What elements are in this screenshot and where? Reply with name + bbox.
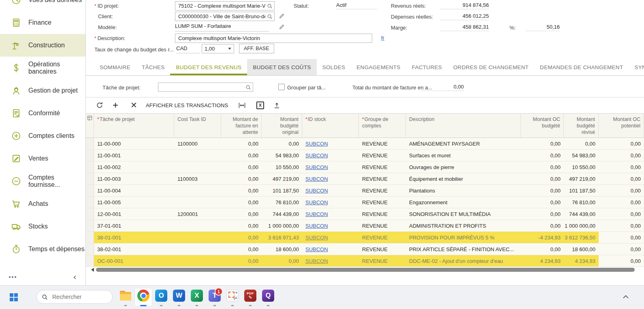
- tray-chevron-up-icon[interactable]: [623, 295, 629, 298]
- tab-engagements[interactable]: ENGAGEMENTS: [351, 59, 406, 75]
- cell-orig[interactable]: 744 439,00: [262, 208, 302, 220]
- lookup-icon[interactable]: [267, 14, 273, 19]
- cell-cost[interactable]: 1100000: [174, 138, 221, 149]
- cell-task[interactable]: 12-00-001: [94, 208, 174, 220]
- fit-width-icon[interactable]: [238, 97, 246, 113]
- column-header-cost-task-id[interactable]: Cost Task ID: [174, 114, 221, 138]
- cell-pending[interactable]: 0,00: [221, 232, 262, 243]
- row-selector[interactable]: [86, 197, 94, 208]
- tab-soldes[interactable]: SOLDES: [317, 59, 351, 75]
- modele-field[interactable]: LUMP SUM - Forfaitaire: [175, 23, 269, 32]
- cell-task[interactable]: 11-00-001: [94, 150, 174, 161]
- sidebar-item-finance[interactable]: Finance: [0, 11, 85, 34]
- stock-link[interactable]: SUBCON: [305, 152, 328, 159]
- sidebar-item-construction[interactable]: Construction: [0, 34, 85, 57]
- table-row[interactable]: 38-01-0010,003 616 971,43SUBCONREVENUEPR…: [86, 232, 644, 243]
- sidebar-item-gestion-de-projet[interactable]: Gestion de projet: [0, 79, 85, 102]
- cell-group[interactable]: REVENUE: [359, 232, 406, 243]
- start-button[interactable]: [10, 293, 18, 301]
- cell-stock[interactable]: SUBCON: [302, 208, 359, 220]
- cell-desc[interactable]: Équipement et mobilier: [406, 173, 521, 184]
- column-header-tache-de-projet[interactable]: *Tâche de projet: [94, 114, 174, 138]
- delete-row-icon[interactable]: ✕: [130, 97, 137, 113]
- sidebar-item-stocks[interactable]: Stocks: [0, 215, 85, 238]
- taskbar-app-excel[interactable]: X: [188, 288, 206, 307]
- stock-link[interactable]: SUBCON: [305, 141, 328, 147]
- edit-client-icon[interactable]: [279, 13, 285, 19]
- table-row[interactable]: OC-00-0010,000,00SUBCONREVENUEDDC-ME-02 …: [86, 255, 644, 267]
- cell-orig[interactable]: 10 550,00: [262, 161, 302, 173]
- cell-cost[interactable]: [174, 150, 221, 161]
- cell-pending[interactable]: 0,00: [221, 161, 262, 173]
- cell-desc[interactable]: DDC-ME-02 - Ajout d'un compteur d'eau: [406, 255, 521, 267]
- lookup-icon[interactable]: [245, 85, 251, 90]
- stock-link[interactable]: SUBCON: [305, 176, 328, 182]
- stock-link[interactable]: SUBCON: [305, 246, 328, 252]
- cell-task[interactable]: 11-00-002: [94, 161, 174, 173]
- cell-rev[interactable]: 4 234,93: [564, 255, 599, 267]
- cell-orig[interactable]: 18 600,00: [262, 243, 302, 255]
- table-row[interactable]: 38-02-0010,0018 600,00SUBCONREVENUEPRIX …: [86, 243, 644, 255]
- cell-cost[interactable]: [174, 220, 221, 231]
- cell-stock[interactable]: SUBCON: [302, 161, 359, 173]
- cell-stock[interactable]: SUBCON: [302, 173, 359, 184]
- sidebar-item-achats[interactable]: Achats: [0, 193, 85, 215]
- add-row-icon[interactable]: +: [113, 97, 118, 113]
- row-selector[interactable]: [86, 255, 94, 267]
- scrollbar-thumb[interactable]: [96, 268, 635, 272]
- cell-oc[interactable]: 0,00: [521, 185, 564, 196]
- cell-task[interactable]: 11-00-000: [94, 138, 174, 149]
- tab-syndicats[interactable]: SYNDICATS: [629, 59, 644, 75]
- cell-orig[interactable]: 497 219,00: [262, 173, 302, 184]
- row-selector[interactable]: [86, 150, 94, 161]
- cell-task[interactable]: 11-00-005: [94, 197, 174, 208]
- cell-desc[interactable]: AMÉNAGEMENT PAYSAGER: [406, 138, 521, 149]
- afficher-transactions-button[interactable]: AFFICHER LES TRANSACTIONS: [146, 97, 228, 113]
- row-selector[interactable]: [86, 232, 94, 243]
- stock-link[interactable]: SUBCON: [305, 211, 328, 217]
- sidebar-item-ventes[interactable]: Ventes: [0, 147, 85, 170]
- cell-stock[interactable]: SUBCON: [302, 232, 359, 243]
- cell-pending[interactable]: 0,00: [221, 173, 262, 184]
- sidebar-item-comptes-fournisse[interactable]: Comptes fournisse...: [0, 170, 85, 193]
- id-projet-field[interactable]: 75102 - Complexe multisport Marie-Vi: [175, 1, 275, 11]
- cell-rev[interactable]: 744 439,00: [564, 208, 599, 220]
- cell-pot[interactable]: 0,00: [599, 197, 644, 208]
- cell-task[interactable]: OC-00-001: [94, 255, 174, 267]
- cell-cost[interactable]: [174, 185, 221, 196]
- column-header-description[interactable]: Description: [406, 114, 521, 138]
- taskbar-app-snipping-tool[interactable]: ✂+: [224, 288, 241, 307]
- cell-pot[interactable]: 0,00: [599, 161, 644, 173]
- cell-stock[interactable]: SUBCON: [302, 243, 359, 255]
- cell-stock[interactable]: SUBCON: [302, 185, 359, 196]
- collapse-sidebar-icon[interactable]: ‹: [73, 273, 77, 281]
- description-field[interactable]: Complexe multisport Marie-Victorin: [175, 34, 372, 43]
- column-header-montant-oc-budgete[interactable]: Montant OC budgété: [521, 114, 564, 138]
- column-header-montant-budgete-original[interactable]: Montant budgété original: [262, 114, 302, 138]
- export-excel-icon[interactable]: X: [256, 97, 264, 113]
- cell-oc[interactable]: 0,00: [521, 173, 564, 184]
- cell-desc[interactable]: PRIX ARTICLE SÉPARÉ - FINITION AVEC...: [406, 243, 521, 255]
- cell-oc[interactable]: 0,00: [521, 220, 564, 231]
- cell-cost[interactable]: [174, 232, 221, 243]
- cell-stock[interactable]: SUBCON: [302, 197, 359, 208]
- cell-orig[interactable]: 54 983,00: [262, 150, 302, 161]
- cell-rev[interactable]: 101 187,50: [564, 185, 599, 196]
- cell-orig[interactable]: 3 616 971,43: [262, 232, 302, 243]
- cell-rev[interactable]: 76 810,00: [564, 197, 599, 208]
- cell-task[interactable]: 38-02-001: [94, 243, 174, 255]
- cell-rev[interactable]: 10 550,00: [564, 161, 599, 173]
- stock-link[interactable]: SUBCON: [305, 258, 328, 264]
- cell-desc[interactable]: Ouvrages de pierre: [406, 161, 521, 173]
- taskbar-app-outlook[interactable]: O: [152, 288, 170, 307]
- row-selector[interactable]: [86, 173, 94, 184]
- cell-task[interactable]: 11-00-003: [94, 173, 174, 184]
- cell-oc[interactable]: 0,00: [521, 208, 564, 220]
- cell-group[interactable]: REVENUE: [359, 161, 406, 173]
- cell-stock[interactable]: SUBCON: [302, 220, 359, 231]
- taskbar-app-pdf-editor[interactable]: PDF✎: [241, 288, 259, 307]
- table-row[interactable]: 37-01-0010,001 000 000,00SUBCONREVENUEAD…: [86, 220, 644, 232]
- tab-sommaire[interactable]: SOMMAIRE: [94, 59, 136, 75]
- cell-pot[interactable]: 0,00: [599, 185, 644, 196]
- taskbar-app-chrome[interactable]: [134, 288, 152, 307]
